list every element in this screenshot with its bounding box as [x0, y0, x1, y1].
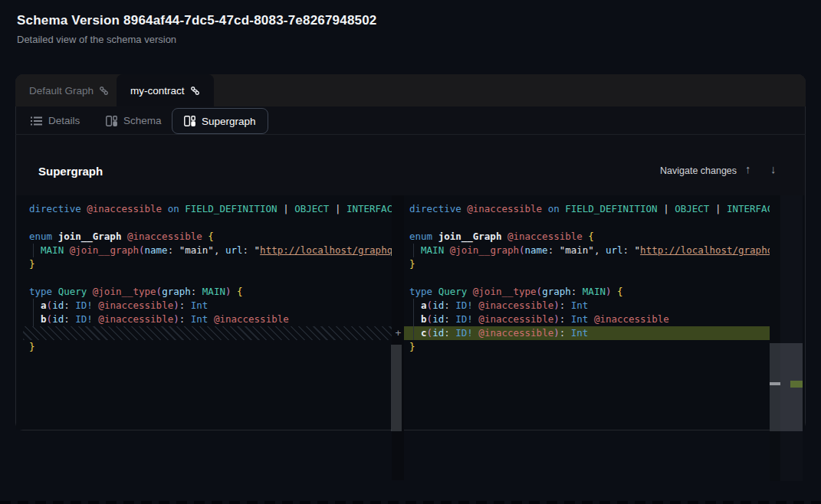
code-line: directive @inaccessible on FIELD_DEFINIT…	[404, 202, 780, 216]
subtab-schema[interactable]: Schema	[106, 109, 162, 133]
page-subtitle: Detailed view of the schema version	[17, 34, 176, 45]
code-line: enum join__Graph @inaccessible {	[404, 230, 780, 244]
code-line: b(id: ID! @inaccessible): Int @inaccessi…	[23, 313, 392, 326]
page-title: Schema Version 8964af44-7dc5-47cd-8083-7…	[17, 13, 377, 28]
code-line: MAIN @join__graph(name: "main", url: "ht…	[23, 244, 392, 257]
code-line	[23, 271, 392, 285]
code-line: }	[404, 340, 780, 354]
left-editor-scrollbar[interactable]	[391, 345, 402, 431]
code-line: directive @inaccessible on FIELD_DEFINIT…	[23, 202, 392, 216]
code-line	[23, 216, 392, 230]
view-subtabs: Details Schema Supergraph	[15, 106, 806, 135]
indent-guide	[33, 299, 34, 326]
navigate-changes-label: Navigate changes	[660, 165, 737, 176]
diff-gap-row	[23, 326, 392, 340]
code-line	[404, 271, 780, 285]
subtab-label: Schema	[123, 115, 162, 126]
added-line-plus-marker: +	[392, 326, 404, 340]
indent-guide	[33, 244, 34, 257]
minimap-added-line-mark	[790, 381, 803, 388]
indent-guide	[413, 244, 414, 257]
code-line: b(id: ID! @inaccessible): Int @inaccessi…	[404, 313, 780, 326]
next-change-button[interactable]: ↓	[770, 162, 777, 175]
list-icon	[31, 116, 42, 126]
added-code-line: c(id: ID! @inaccessible): Int	[404, 326, 780, 340]
code-line: type Query @join__type(graph: MAIN) {	[23, 285, 392, 299]
code-line: enum join__Graph @inaccessible {	[23, 230, 392, 244]
tab-label: Default Graph	[29, 85, 94, 97]
tab-my-contract[interactable]: my-contract	[117, 74, 214, 106]
panels-icon	[184, 116, 195, 126]
schema-version-page: Schema Version 8964af44-7dc5-47cd-8083-7…	[0, 0, 821, 504]
diff-editor-original[interactable]: directive @inaccessible on FIELD_DEFINIT…	[23, 195, 392, 430]
code-line: }	[23, 340, 392, 354]
subtab-label: Details	[48, 115, 80, 126]
code-line: a(id: ID! @inaccessible): Int	[404, 299, 780, 313]
subtab-label: Supergraph	[202, 116, 256, 127]
panels-icon	[106, 116, 117, 126]
original-code-lines: directive @inaccessible on FIELD_DEFINIT…	[23, 202, 392, 354]
code-line: }	[404, 257, 780, 271]
code-line: MAIN @join__graph(name: "main", url: "ht…	[404, 244, 780, 257]
section-heading: Supergraph	[38, 165, 103, 178]
code-line: }	[23, 257, 392, 271]
previous-change-button[interactable]: ↑	[745, 162, 751, 175]
tab-default-graph[interactable]: Default Graph	[15, 74, 123, 106]
tab-label: my-contract	[130, 85, 185, 97]
code-line: a(id: ID! @inaccessible): Int	[23, 299, 392, 313]
variant-fork-icon	[99, 86, 109, 96]
subtab-details[interactable]: Details	[31, 109, 80, 133]
diff-editor-modified[interactable]: directive @inaccessible on FIELD_DEFINIT…	[404, 195, 780, 430]
variant-fork-icon	[190, 86, 200, 96]
indent-guide	[413, 299, 414, 340]
subtab-supergraph[interactable]: Supergraph	[172, 108, 268, 134]
overview-ruler-change-mark	[770, 382, 780, 385]
minimap[interactable]	[780, 195, 803, 481]
code-line	[404, 216, 780, 230]
variant-tabstrip: Default Graph my-contract	[15, 74, 806, 106]
overview-ruler	[770, 195, 780, 481]
bottom-dashed-divider	[0, 501, 821, 504]
code-line: type Query @join__type(graph: MAIN) {	[404, 285, 780, 299]
modified-code-lines: directive @inaccessible on FIELD_DEFINIT…	[404, 202, 780, 354]
